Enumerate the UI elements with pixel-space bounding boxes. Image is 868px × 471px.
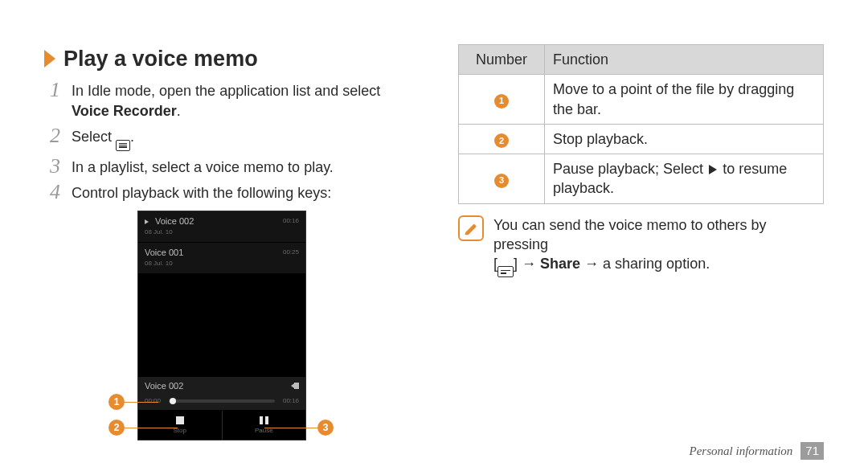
table-row: 2 Stop playback. <box>459 124 824 154</box>
callout-2: 2 <box>108 420 125 436</box>
stop-icon <box>176 416 184 424</box>
row-function: Move to a point of the file by dragging … <box>545 75 824 125</box>
list-item: Voice 002 00:16 08 Jul. 10 <box>138 211 305 243</box>
step-1: 1 In Idle mode, open the application lis… <box>44 80 410 121</box>
memo-duration: 00:25 <box>283 248 299 257</box>
section-heading-text: Play a voice memo <box>63 44 258 73</box>
chevron-right-icon <box>44 50 55 68</box>
steps-list: 1 In Idle mode, open the application lis… <box>44 80 410 203</box>
list-icon <box>116 140 130 151</box>
page-footer: Personal information 71 <box>690 442 824 460</box>
callout-2-leader <box>125 428 178 428</box>
memo-title: Voice 002 <box>155 215 194 227</box>
callout-3: 3 <box>317 420 334 436</box>
play-icon <box>709 165 717 174</box>
elapsed-time: 00:00 <box>145 397 164 406</box>
step-number: 1 <box>44 80 60 100</box>
step-body: In a playlist, select a voice memo to pl… <box>72 156 410 177</box>
menu-key-icon <box>497 266 514 277</box>
phone-screen: Voice 002 00:16 08 Jul. 10 Voice 001 00:… <box>137 211 306 440</box>
stop-button: Stop <box>138 411 222 440</box>
note-icon <box>458 215 484 241</box>
step-2: 2 Select . <box>44 125 410 151</box>
table-row: 1 Move to a point of the file by draggin… <box>459 75 824 125</box>
speaker-icon <box>291 383 299 389</box>
progress-track <box>169 399 275 403</box>
step-4: 4 Control playback with the following ke… <box>44 182 410 203</box>
step-3: 3 In a playlist, select a voice memo to … <box>44 156 410 177</box>
th-function: Function <box>545 45 824 75</box>
step-body: Select . <box>72 125 410 151</box>
row-number-bubble: 3 <box>494 174 509 188</box>
footer-section: Personal information <box>690 443 793 459</box>
memo-date: 08 Jul. 10 <box>145 228 299 237</box>
playback-controls: Stop Pause <box>138 410 305 440</box>
row-number-bubble: 1 <box>494 94 509 109</box>
memo-list: Voice 002 00:16 08 Jul. 10 Voice 001 00:… <box>138 211 305 273</box>
row-function: Stop playback. <box>545 124 824 154</box>
memo-duration: 00:16 <box>283 217 299 226</box>
pause-icon <box>260 416 268 424</box>
row-number-bubble: 2 <box>494 133 509 148</box>
memo-date: 08 Jul. 10 <box>145 260 299 268</box>
note-box: You can send the voice memo to others by… <box>458 215 824 278</box>
callout-3-leader <box>264 428 317 428</box>
step-number: 3 <box>44 156 60 177</box>
progress-knob <box>170 398 176 404</box>
callout-1: 1 <box>108 394 125 410</box>
now-playing-panel: Voice 002 00:00 00:16 <box>138 376 305 411</box>
page-number: 71 <box>800 442 824 460</box>
step-number: 2 <box>44 125 60 146</box>
function-table: Number Function 1 Move to a point of the… <box>458 44 824 204</box>
now-playing-title: Voice 002 <box>145 380 183 392</box>
pause-button: Pause <box>222 411 306 440</box>
step-body: In Idle mode, open the application list … <box>72 80 410 121</box>
play-indicator-icon <box>145 219 149 224</box>
step-body: Control playback with the following keys… <box>72 182 410 203</box>
callout-1-leader <box>125 402 158 403</box>
table-row: 3 Pause playback; Select to resume playb… <box>459 154 824 204</box>
note-body: You can send the voice memo to others by… <box>493 215 824 278</box>
list-item: Voice 001 00:25 08 Jul. 10 <box>138 243 305 274</box>
total-time: 00:16 <box>280 397 299 406</box>
step-number: 4 <box>44 182 60 203</box>
th-number: Number <box>459 45 545 75</box>
section-heading: Play a voice memo <box>44 44 410 73</box>
phone-figure: Voice 002 00:16 08 Jul. 10 Voice 001 00:… <box>137 211 306 440</box>
memo-title: Voice 001 <box>145 247 183 259</box>
row-function: Pause playback; Select to resume playbac… <box>545 154 824 204</box>
progress-bar-row: 00:00 00:16 <box>138 394 305 411</box>
